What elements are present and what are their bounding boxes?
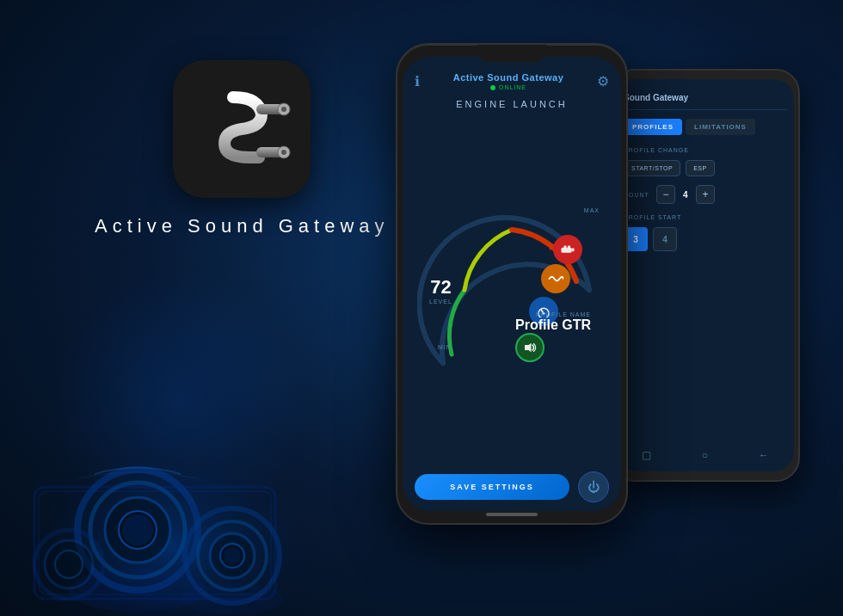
profile-name-value: Profile GTR [515,317,591,333]
app-icon-section: Active Sound Gateway [95,60,390,237]
gear-icon[interactable]: ⚙ [597,73,609,89]
bottom-bar: SAVE SETTINGS ⏻ [403,463,621,511]
nav-circle-icon[interactable]: ○ [702,449,708,461]
secondary-tabs: PROFILES LIMITATIONS [624,119,787,135]
online-status: ONLINE [453,84,564,90]
nav-back-icon[interactable]: ← [759,449,769,461]
app-icon [173,60,311,198]
min-label: MIN [438,344,452,350]
count-value: 4 [679,190,692,200]
exhaust-decoration [0,272,344,616]
screen-header: ℹ Active Sound Gateway ONLINE ⚙ [403,57,621,95]
svg-point-22 [281,107,286,112]
level-indicator: 72 LEVEL [429,275,452,304]
gauge-container: MAX MIN [403,116,621,463]
svg-point-13 [55,551,83,578]
profile-start-buttons: 3 4 [624,227,787,251]
app-name-label: Active Sound Gateway [453,72,564,83]
secondary-screen: Sound Gateway PROFILES LIMITATIONS PROFI… [617,79,794,471]
profile-change-label: PROFILE CHANGE [624,147,787,153]
secondary-frame: Sound Gateway PROFILES LIMITATIONS PROFI… [611,69,800,482]
nav-square-icon[interactable]: ▢ [642,449,651,461]
secondary-header: Sound Gateway [624,89,787,110]
home-indicator[interactable] [486,513,538,516]
phone-notch [477,45,546,62]
save-settings-button[interactable]: SAVE SETTINGS [415,474,569,500]
limitations-tab[interactable]: LIMITATIONS [686,119,755,135]
profile-start-label: PROFILE START [624,214,787,220]
svg-rect-27 [568,245,570,248]
phone-frame: ℹ Active Sound Gateway ONLINE ⚙ ENGINE L… [396,43,628,525]
count-plus-button[interactable]: + [696,185,715,204]
info-icon[interactable]: ℹ [415,73,420,89]
svg-point-17 [181,583,284,614]
header-center: Active Sound Gateway ONLINE [453,72,564,90]
power-button[interactable]: ⏻ [578,471,609,502]
online-text: ONLINE [499,84,526,90]
secondary-nav-bar: ▢ ○ ← [617,449,794,461]
sound-wave-icon[interactable] [541,264,570,293]
esp-button[interactable]: ESP [686,160,715,176]
phone-main: ℹ Active Sound Gateway ONLINE ⚙ ENGINE L… [396,43,628,525]
app-title: Active Sound Gateway [95,215,390,237]
profile-change-buttons: START/STOP ESP [624,160,787,176]
count-minus-button[interactable]: − [656,185,675,204]
profile-name-label: PROFILE NAME [515,311,591,317]
profiles-tab[interactable]: PROFILES [624,119,682,135]
sound-icon-wrapper[interactable] [541,264,570,293]
start-stop-button[interactable]: START/STOP [624,160,680,176]
svg-point-23 [281,150,286,155]
level-number: 72 [429,275,452,298]
profile-name-area: PROFILE NAME Profile GTR [515,311,591,333]
svg-rect-28 [572,248,575,251]
speaker-icon-wrapper[interactable] [515,333,545,362]
phone-secondary: Sound Gateway PROFILES LIMITATIONS PROFI… [611,69,800,482]
svg-rect-26 [564,245,567,248]
speaker-icon[interactable] [515,333,545,362]
max-label: MAX [584,207,600,213]
engine-icon[interactable] [553,235,582,264]
engine-launch-title: ENGINE LAUNCH [403,95,621,116]
svg-rect-25 [562,247,572,252]
svg-point-10 [224,547,241,564]
phone-screen: ℹ Active Sound Gateway ONLINE ⚙ ENGINE L… [403,57,621,511]
svg-point-5 [122,514,153,545]
svg-marker-31 [525,342,532,352]
profile-start-4-button[interactable]: 4 [653,227,677,251]
level-label: LEVEL [429,298,452,304]
engine-icon-wrapper[interactable] [553,235,582,264]
online-dot [490,85,495,90]
